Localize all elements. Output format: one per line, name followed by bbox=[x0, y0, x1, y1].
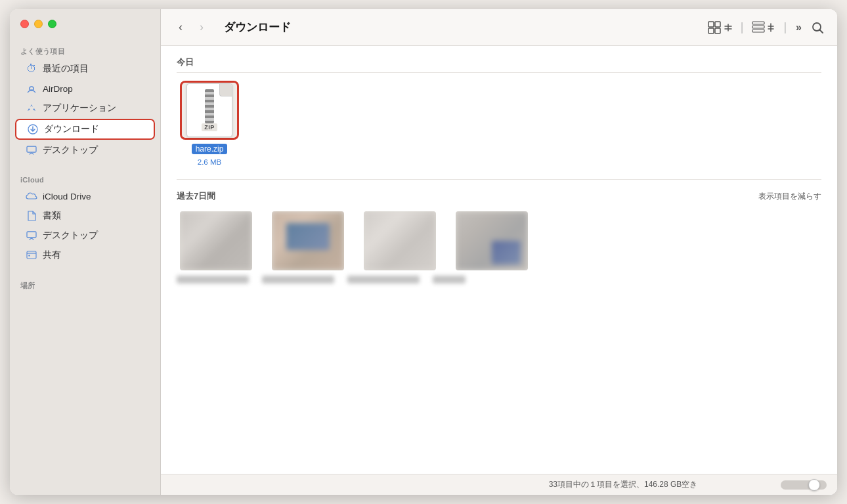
sidebar-item-airdrop[interactable]: AirDrop bbox=[15, 79, 155, 98]
zip-file-icon: ZIP bbox=[186, 83, 232, 137]
grid-view-button[interactable] bbox=[705, 18, 735, 37]
today-header: 今日 bbox=[177, 56, 821, 73]
svg-rect-12 bbox=[752, 30, 764, 32]
svg-rect-2 bbox=[27, 146, 36, 152]
maximize-button[interactable] bbox=[48, 20, 56, 28]
past-file-thumb-4 bbox=[456, 211, 528, 270]
sidebar-item-label: デスクトップ bbox=[43, 144, 98, 156]
svg-point-5 bbox=[28, 255, 30, 256]
past-section: 過去7日間 表示項目を減らす bbox=[177, 190, 821, 284]
sidebar-item-applications[interactable]: アプリケーション bbox=[15, 99, 155, 117]
shared-icon bbox=[26, 249, 37, 261]
desktop-icon bbox=[26, 144, 37, 156]
places-label: 場所 bbox=[10, 276, 160, 293]
close-button[interactable] bbox=[20, 20, 29, 28]
past-file-thumb-2 bbox=[272, 211, 344, 270]
past-file-thumb-3 bbox=[364, 211, 436, 270]
past-file-thumb-1 bbox=[180, 211, 252, 270]
svg-rect-7 bbox=[715, 22, 720, 27]
size-slider-thumb bbox=[808, 479, 820, 491]
zip-label: ZIP bbox=[202, 123, 217, 131]
sidebar: よく使う項目 ⏱ 最近の項目 AirDrop bbox=[10, 9, 161, 495]
minimize-button[interactable] bbox=[34, 20, 43, 28]
past-files-grid bbox=[177, 211, 821, 270]
size-slider-container bbox=[781, 480, 827, 490]
svg-rect-6 bbox=[708, 22, 714, 27]
sidebar-item-downloads[interactable]: ダウンロード bbox=[15, 119, 155, 140]
forward-button[interactable]: › bbox=[192, 18, 211, 37]
sidebar-item-documents[interactable]: 書類 bbox=[15, 207, 155, 225]
past-file-item-3[interactable] bbox=[360, 211, 439, 270]
past-section-header: 過去7日間 表示項目を減らす bbox=[177, 190, 821, 202]
thumb-image-4 bbox=[456, 211, 528, 270]
thumb-image-3 bbox=[364, 211, 436, 270]
blurred-name-3 bbox=[347, 276, 420, 284]
today-files-grid: ZIP hare.zip 2.6 MB bbox=[177, 81, 821, 166]
status-bar: 33項目中の１項目を選択、146.28 GB空き bbox=[161, 474, 837, 495]
svg-rect-4 bbox=[27, 251, 36, 259]
thumb-image-2 bbox=[272, 211, 344, 270]
sidebar-item-label: 書類 bbox=[43, 210, 61, 222]
toolbar: ‹ › ダウンロード | bbox=[161, 9, 837, 46]
blurred-name-4 bbox=[433, 276, 466, 284]
main-panel: ‹ › ダウンロード | bbox=[161, 9, 837, 495]
more-button[interactable]: » bbox=[793, 19, 804, 36]
sidebar-item-label: iCloud Drive bbox=[43, 192, 91, 201]
list-view-button[interactable] bbox=[749, 18, 777, 37]
thumb-image-1 bbox=[180, 211, 252, 270]
sidebar-item-label: 共有 bbox=[43, 249, 61, 261]
favorites-label: よく使う項目 bbox=[10, 41, 160, 59]
status-text: 33項目中の１項目を選択、146.28 GB空き bbox=[476, 479, 770, 490]
size-slider[interactable] bbox=[781, 480, 827, 490]
nav-buttons: ‹ › bbox=[171, 18, 211, 37]
sidebar-item-desktop-icloud[interactable]: デスクトップ bbox=[15, 226, 155, 245]
sidebar-item-label: AirDrop bbox=[43, 84, 73, 94]
back-button[interactable]: ‹ bbox=[171, 18, 190, 37]
past-section-action[interactable]: 表示項目を減らす bbox=[758, 191, 821, 202]
svg-rect-8 bbox=[708, 28, 714, 33]
content-area: 今日 ZIP hare.zip 2.6 MB bbox=[161, 46, 837, 474]
sidebar-item-shared[interactable]: 共有 bbox=[15, 246, 155, 264]
sidebar-item-icloud-drive[interactable]: iCloud Drive bbox=[15, 187, 155, 205]
toolbar-title: ダウンロード bbox=[224, 20, 291, 35]
svg-rect-9 bbox=[715, 28, 720, 33]
sidebar-item-label: アプリケーション bbox=[43, 102, 116, 114]
past-section-title: 過去7日間 bbox=[177, 190, 215, 202]
search-button[interactable] bbox=[808, 18, 827, 37]
past-file-item-1[interactable] bbox=[177, 211, 255, 270]
file-size: 2.6 MB bbox=[198, 158, 221, 166]
sidebar-item-label: ダウンロード bbox=[44, 123, 99, 135]
blurred-name-1 bbox=[177, 276, 249, 284]
desktop-icloud-icon bbox=[26, 230, 37, 242]
blurred-filenames bbox=[177, 276, 821, 284]
section-divider bbox=[177, 179, 821, 180]
svg-rect-3 bbox=[27, 232, 36, 238]
past-file-item-4[interactable] bbox=[452, 211, 531, 270]
today-section: 今日 ZIP hare.zip 2.6 MB bbox=[177, 56, 821, 166]
downloads-icon bbox=[27, 123, 39, 135]
svg-rect-11 bbox=[752, 26, 764, 28]
traffic-lights bbox=[10, 20, 160, 41]
past-file-item-2[interactable] bbox=[269, 211, 347, 270]
recents-icon: ⏱ bbox=[26, 63, 37, 75]
icloud-label: iCloud bbox=[10, 171, 160, 186]
sidebar-item-label: デスクトップ bbox=[43, 230, 98, 242]
airdrop-icon bbox=[26, 83, 37, 94]
icloud-drive-icon bbox=[26, 190, 37, 202]
file-item-hare-zip[interactable]: ZIP hare.zip 2.6 MB bbox=[177, 81, 242, 166]
finder-window: よく使う項目 ⏱ 最近の項目 AirDrop bbox=[10, 9, 837, 495]
sidebar-item-desktop[interactable]: デスクトップ bbox=[15, 141, 155, 159]
file-icon-wrapper: ZIP bbox=[180, 81, 239, 140]
documents-icon bbox=[26, 210, 37, 222]
svg-rect-10 bbox=[752, 22, 764, 24]
sidebar-item-recents[interactable]: ⏱ 最近の項目 bbox=[15, 60, 155, 78]
sidebar-item-label: 最近の項目 bbox=[43, 63, 89, 75]
blurred-name-2 bbox=[262, 276, 334, 284]
zip-zipper bbox=[205, 89, 214, 123]
file-name: hare.zip bbox=[192, 144, 228, 154]
applications-icon bbox=[26, 102, 37, 114]
view-controls: | | » bbox=[705, 18, 827, 37]
